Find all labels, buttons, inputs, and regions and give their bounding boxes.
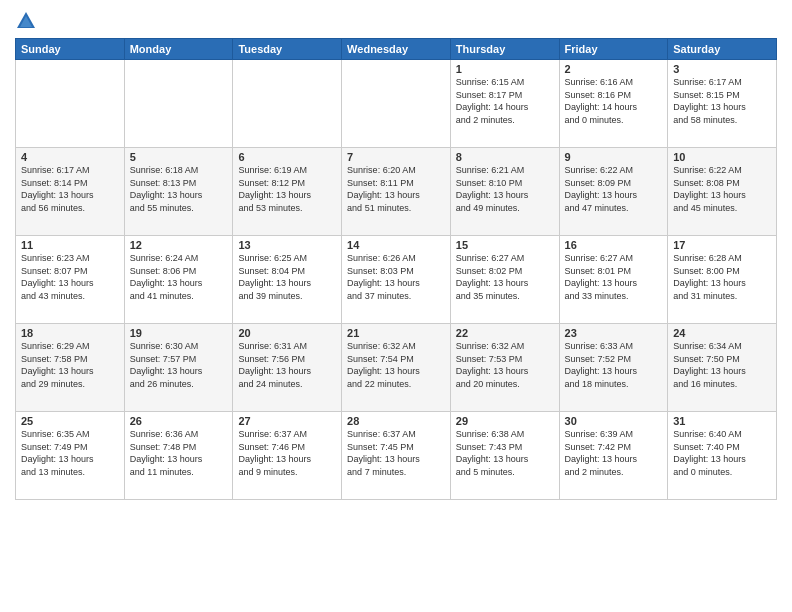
- day-header-sunday: Sunday: [16, 39, 125, 60]
- day-info: Sunrise: 6:36 AM Sunset: 7:48 PM Dayligh…: [130, 428, 228, 478]
- day-number: 23: [565, 327, 663, 339]
- day-number: 26: [130, 415, 228, 427]
- day-number: 18: [21, 327, 119, 339]
- day-number: 12: [130, 239, 228, 251]
- week-row-2: 4Sunrise: 6:17 AM Sunset: 8:14 PM Daylig…: [16, 148, 777, 236]
- day-cell: 1Sunrise: 6:15 AM Sunset: 8:17 PM Daylig…: [450, 60, 559, 148]
- day-number: 11: [21, 239, 119, 251]
- day-cell: 9Sunrise: 6:22 AM Sunset: 8:09 PM Daylig…: [559, 148, 668, 236]
- day-info: Sunrise: 6:40 AM Sunset: 7:40 PM Dayligh…: [673, 428, 771, 478]
- week-row-5: 25Sunrise: 6:35 AM Sunset: 7:49 PM Dayli…: [16, 412, 777, 500]
- day-info: Sunrise: 6:27 AM Sunset: 8:02 PM Dayligh…: [456, 252, 554, 302]
- day-number: 21: [347, 327, 445, 339]
- day-info: Sunrise: 6:28 AM Sunset: 8:00 PM Dayligh…: [673, 252, 771, 302]
- day-info: Sunrise: 6:33 AM Sunset: 7:52 PM Dayligh…: [565, 340, 663, 390]
- day-number: 6: [238, 151, 336, 163]
- day-info: Sunrise: 6:30 AM Sunset: 7:57 PM Dayligh…: [130, 340, 228, 390]
- day-info: Sunrise: 6:19 AM Sunset: 8:12 PM Dayligh…: [238, 164, 336, 214]
- day-info: Sunrise: 6:15 AM Sunset: 8:17 PM Dayligh…: [456, 76, 554, 126]
- day-info: Sunrise: 6:21 AM Sunset: 8:10 PM Dayligh…: [456, 164, 554, 214]
- day-number: 7: [347, 151, 445, 163]
- day-number: 29: [456, 415, 554, 427]
- day-number: 8: [456, 151, 554, 163]
- day-info: Sunrise: 6:20 AM Sunset: 8:11 PM Dayligh…: [347, 164, 445, 214]
- day-info: Sunrise: 6:22 AM Sunset: 8:09 PM Dayligh…: [565, 164, 663, 214]
- day-number: 20: [238, 327, 336, 339]
- day-cell: 18Sunrise: 6:29 AM Sunset: 7:58 PM Dayli…: [16, 324, 125, 412]
- day-header-saturday: Saturday: [668, 39, 777, 60]
- logo-icon: [15, 10, 37, 32]
- day-info: Sunrise: 6:24 AM Sunset: 8:06 PM Dayligh…: [130, 252, 228, 302]
- day-info: Sunrise: 6:25 AM Sunset: 8:04 PM Dayligh…: [238, 252, 336, 302]
- day-cell: 7Sunrise: 6:20 AM Sunset: 8:11 PM Daylig…: [342, 148, 451, 236]
- day-cell: 20Sunrise: 6:31 AM Sunset: 7:56 PM Dayli…: [233, 324, 342, 412]
- day-number: 30: [565, 415, 663, 427]
- day-header-monday: Monday: [124, 39, 233, 60]
- day-cell: [233, 60, 342, 148]
- day-number: 2: [565, 63, 663, 75]
- day-cell: 30Sunrise: 6:39 AM Sunset: 7:42 PM Dayli…: [559, 412, 668, 500]
- day-number: 9: [565, 151, 663, 163]
- day-info: Sunrise: 6:26 AM Sunset: 8:03 PM Dayligh…: [347, 252, 445, 302]
- page: SundayMondayTuesdayWednesdayThursdayFrid…: [0, 0, 792, 612]
- header-row: SundayMondayTuesdayWednesdayThursdayFrid…: [16, 39, 777, 60]
- day-number: 14: [347, 239, 445, 251]
- day-cell: 26Sunrise: 6:36 AM Sunset: 7:48 PM Dayli…: [124, 412, 233, 500]
- day-cell: 6Sunrise: 6:19 AM Sunset: 8:12 PM Daylig…: [233, 148, 342, 236]
- day-number: 15: [456, 239, 554, 251]
- day-number: 24: [673, 327, 771, 339]
- day-header-thursday: Thursday: [450, 39, 559, 60]
- day-header-wednesday: Wednesday: [342, 39, 451, 60]
- day-cell: [124, 60, 233, 148]
- day-number: 10: [673, 151, 771, 163]
- day-number: 5: [130, 151, 228, 163]
- day-cell: 5Sunrise: 6:18 AM Sunset: 8:13 PM Daylig…: [124, 148, 233, 236]
- header: [15, 10, 777, 32]
- day-number: 16: [565, 239, 663, 251]
- day-info: Sunrise: 6:34 AM Sunset: 7:50 PM Dayligh…: [673, 340, 771, 390]
- week-row-4: 18Sunrise: 6:29 AM Sunset: 7:58 PM Dayli…: [16, 324, 777, 412]
- day-number: 22: [456, 327, 554, 339]
- day-cell: 11Sunrise: 6:23 AM Sunset: 8:07 PM Dayli…: [16, 236, 125, 324]
- week-row-1: 1Sunrise: 6:15 AM Sunset: 8:17 PM Daylig…: [16, 60, 777, 148]
- day-cell: 15Sunrise: 6:27 AM Sunset: 8:02 PM Dayli…: [450, 236, 559, 324]
- day-number: 1: [456, 63, 554, 75]
- day-number: 25: [21, 415, 119, 427]
- day-cell: [342, 60, 451, 148]
- day-cell: 3Sunrise: 6:17 AM Sunset: 8:15 PM Daylig…: [668, 60, 777, 148]
- day-cell: 13Sunrise: 6:25 AM Sunset: 8:04 PM Dayli…: [233, 236, 342, 324]
- day-info: Sunrise: 6:37 AM Sunset: 7:46 PM Dayligh…: [238, 428, 336, 478]
- day-info: Sunrise: 6:23 AM Sunset: 8:07 PM Dayligh…: [21, 252, 119, 302]
- day-info: Sunrise: 6:31 AM Sunset: 7:56 PM Dayligh…: [238, 340, 336, 390]
- day-cell: 28Sunrise: 6:37 AM Sunset: 7:45 PM Dayli…: [342, 412, 451, 500]
- day-cell: 31Sunrise: 6:40 AM Sunset: 7:40 PM Dayli…: [668, 412, 777, 500]
- calendar-header: SundayMondayTuesdayWednesdayThursdayFrid…: [16, 39, 777, 60]
- day-number: 19: [130, 327, 228, 339]
- day-info: Sunrise: 6:29 AM Sunset: 7:58 PM Dayligh…: [21, 340, 119, 390]
- day-cell: 21Sunrise: 6:32 AM Sunset: 7:54 PM Dayli…: [342, 324, 451, 412]
- day-info: Sunrise: 6:17 AM Sunset: 8:15 PM Dayligh…: [673, 76, 771, 126]
- day-info: Sunrise: 6:17 AM Sunset: 8:14 PM Dayligh…: [21, 164, 119, 214]
- calendar-body: 1Sunrise: 6:15 AM Sunset: 8:17 PM Daylig…: [16, 60, 777, 500]
- day-cell: [16, 60, 125, 148]
- day-info: Sunrise: 6:35 AM Sunset: 7:49 PM Dayligh…: [21, 428, 119, 478]
- day-info: Sunrise: 6:39 AM Sunset: 7:42 PM Dayligh…: [565, 428, 663, 478]
- day-cell: 16Sunrise: 6:27 AM Sunset: 8:01 PM Dayli…: [559, 236, 668, 324]
- day-info: Sunrise: 6:32 AM Sunset: 7:53 PM Dayligh…: [456, 340, 554, 390]
- day-number: 3: [673, 63, 771, 75]
- day-cell: 23Sunrise: 6:33 AM Sunset: 7:52 PM Dayli…: [559, 324, 668, 412]
- day-cell: 12Sunrise: 6:24 AM Sunset: 8:06 PM Dayli…: [124, 236, 233, 324]
- day-info: Sunrise: 6:32 AM Sunset: 7:54 PM Dayligh…: [347, 340, 445, 390]
- week-row-3: 11Sunrise: 6:23 AM Sunset: 8:07 PM Dayli…: [16, 236, 777, 324]
- day-info: Sunrise: 6:27 AM Sunset: 8:01 PM Dayligh…: [565, 252, 663, 302]
- day-cell: 22Sunrise: 6:32 AM Sunset: 7:53 PM Dayli…: [450, 324, 559, 412]
- day-cell: 10Sunrise: 6:22 AM Sunset: 8:08 PM Dayli…: [668, 148, 777, 236]
- day-cell: 4Sunrise: 6:17 AM Sunset: 8:14 PM Daylig…: [16, 148, 125, 236]
- day-number: 28: [347, 415, 445, 427]
- day-cell: 29Sunrise: 6:38 AM Sunset: 7:43 PM Dayli…: [450, 412, 559, 500]
- calendar-table: SundayMondayTuesdayWednesdayThursdayFrid…: [15, 38, 777, 500]
- day-number: 31: [673, 415, 771, 427]
- day-info: Sunrise: 6:37 AM Sunset: 7:45 PM Dayligh…: [347, 428, 445, 478]
- logo: [15, 10, 41, 32]
- day-cell: 17Sunrise: 6:28 AM Sunset: 8:00 PM Dayli…: [668, 236, 777, 324]
